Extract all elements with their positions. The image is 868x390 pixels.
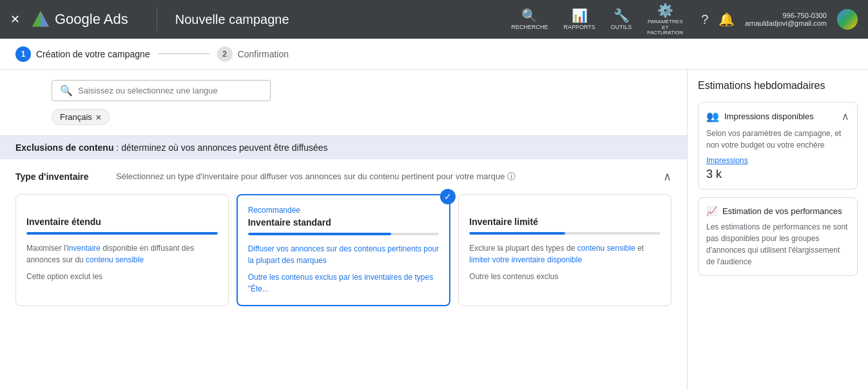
impressions-card-desc: Selon vos paramètres de campagne, et non… bbox=[706, 128, 849, 151]
inventory-type-subtitle: Sélectionnez un type d'inventaire pour d… bbox=[116, 171, 653, 182]
inventory-type-title: Type d'inventaire bbox=[15, 171, 106, 182]
reports-icon: 📊 bbox=[572, 8, 588, 23]
inventory-card-standard[interactable]: ✓ Recommandée Inventaire standard Diffus… bbox=[236, 194, 451, 306]
card-desc-standard: Diffuser vos annonces sur des contenus p… bbox=[248, 243, 439, 266]
main-container: 🔍 Français × Exclusions de contenu : dét… bbox=[0, 70, 868, 390]
breadcrumb-connector bbox=[158, 54, 209, 54]
card-title-etendu: Inventaire étendu bbox=[26, 217, 218, 227]
inventory-cards: Inventaire étendu Maximiser l'inventaire… bbox=[15, 194, 671, 306]
language-tag-remove-button[interactable]: × bbox=[96, 113, 101, 122]
step-2-label: Confirmation bbox=[238, 49, 289, 59]
step-1-circle: 1 bbox=[15, 46, 31, 62]
card-title-limite: Inventaire limité bbox=[469, 217, 661, 227]
inventory-section: Type d'inventaire Sélectionnez un type d… bbox=[0, 159, 687, 317]
tools-icon: 🔧 bbox=[613, 8, 630, 23]
impressions-card: 👥 Impressions disponibles ∧ Selon vos pa… bbox=[698, 102, 858, 190]
performance-icon: 📈 bbox=[706, 206, 717, 216]
search-nav-button[interactable]: 🔍 RECHERCHE bbox=[511, 8, 548, 31]
step-2-circle: 2 bbox=[217, 46, 233, 62]
inventory-card-etendu[interactable]: Inventaire étendu Maximiser l'inventaire… bbox=[15, 194, 229, 306]
card-progress-fill-etendu bbox=[26, 232, 218, 235]
card-progress-fill-limite bbox=[469, 232, 564, 235]
google-ads-logo-icon bbox=[30, 9, 51, 30]
recommended-label-standard: Recommandée bbox=[248, 206, 439, 215]
svg-marker-1 bbox=[41, 11, 49, 26]
selected-check-standard: ✓ bbox=[440, 189, 456, 204]
settings-icon: ⚙️ bbox=[657, 3, 673, 18]
search-icon: 🔍 bbox=[521, 8, 537, 23]
card-progress-etendu bbox=[26, 232, 218, 235]
impressions-value: 3 k bbox=[706, 168, 849, 181]
performance-card-header: 📈 Estimation de vos performances bbox=[706, 206, 849, 216]
language-search-wrapper: 🔍 bbox=[52, 80, 271, 101]
language-tag-francais: Français × bbox=[52, 109, 110, 125]
tools-nav-label: OUTILS bbox=[611, 24, 632, 31]
impressions-collapse-button[interactable]: ∧ bbox=[842, 110, 849, 122]
inventory-collapse-button[interactable]: ∧ bbox=[663, 170, 671, 184]
content-exclusions-subtitle: : déterminez où vos annonces peuvent êtr… bbox=[113, 142, 327, 153]
settings-nav-label: PARAMÈTRESETFACTURATION bbox=[647, 19, 683, 36]
language-globe-button[interactable] bbox=[837, 9, 858, 30]
user-area: ? 🔔 996-750-0300 arnauldadjovi@gmail.com bbox=[701, 9, 858, 30]
inventory-header: Type d'inventaire Sélectionnez un type d… bbox=[15, 170, 671, 184]
breadcrumb-step-1: 1 Création de votre campagne bbox=[15, 46, 150, 62]
help-button[interactable]: ? bbox=[701, 12, 708, 27]
nav-divider bbox=[157, 8, 157, 31]
content-exclusions-header: Exclusions de contenu : déterminez où vo… bbox=[0, 136, 687, 159]
close-button[interactable]: ✕ bbox=[10, 12, 20, 26]
language-section: 🔍 Français × bbox=[0, 70, 687, 136]
card-desc-etendu: Maximiser l'inventaire disponible en dif… bbox=[26, 242, 218, 266]
page-title: Nouvelle campagne bbox=[175, 12, 504, 27]
user-info: 996-750-0300 arnauldadjovi@gmail.com bbox=[745, 12, 827, 27]
impressions-link[interactable]: Impressions bbox=[706, 156, 849, 165]
card-desc2-etendu: Cette option exclut les bbox=[26, 271, 218, 282]
left-panel: 🔍 Français × Exclusions de contenu : dét… bbox=[0, 70, 688, 390]
card-desc2-standard: Outre les contenus exclus par les invent… bbox=[248, 271, 439, 295]
notifications-button[interactable]: 🔔 bbox=[719, 12, 735, 27]
card-progress-limite bbox=[469, 232, 661, 235]
card-desc2-limite: Outre les contenus exclus bbox=[469, 271, 661, 282]
recommended-label-etendu bbox=[26, 205, 218, 214]
impressions-icon: 👥 bbox=[706, 110, 719, 122]
reports-nav-label: RAPPORTS bbox=[563, 24, 595, 31]
top-navigation: ✕ Google Ads Nouvelle campagne 🔍 RECHERC… bbox=[0, 0, 868, 39]
app-logo: Google Ads bbox=[30, 9, 139, 30]
card-title-standard: Inventaire standard bbox=[248, 217, 439, 228]
content-exclusions-title: Exclusions de contenu bbox=[15, 142, 113, 153]
card-progress-fill-standard bbox=[248, 233, 392, 235]
user-phone: 996-750-0300 bbox=[782, 12, 827, 19]
language-search-input[interactable] bbox=[78, 86, 233, 95]
tools-nav-button[interactable]: 🔧 OUTILS bbox=[611, 8, 632, 31]
language-search-icon: 🔍 bbox=[60, 84, 73, 97]
svg-marker-2 bbox=[32, 11, 41, 26]
user-email: arnauldadjovi@gmail.com bbox=[745, 19, 827, 27]
breadcrumb-step-2: 2 Confirmation bbox=[217, 46, 289, 62]
search-nav-label: RECHERCHE bbox=[511, 24, 548, 31]
recommended-label-limite bbox=[469, 205, 661, 214]
right-panel: Estimations hebdomadaires 👥 Impressions … bbox=[688, 70, 868, 390]
nav-icons: 🔍 RECHERCHE 📊 RAPPORTS 🔧 OUTILS ⚙️ PARAM… bbox=[511, 3, 683, 36]
app-name: Google Ads bbox=[55, 11, 128, 28]
impressions-card-title: 👥 Impressions disponibles bbox=[706, 110, 814, 122]
card-progress-standard bbox=[248, 233, 439, 235]
step-1-label: Création de votre campagne bbox=[36, 49, 150, 59]
estimations-title: Estimations hebdomadaires bbox=[698, 80, 858, 92]
language-tag-label: Français bbox=[60, 112, 92, 122]
breadcrumb: 1 Création de votre campagne 2 Confirmat… bbox=[0, 39, 868, 70]
performance-card-desc: Les estimations de performances ne sont … bbox=[706, 221, 849, 268]
performance-card: 📈 Estimation de vos performances Les est… bbox=[698, 197, 858, 276]
inventory-card-limite[interactable]: Inventaire limité Exclure la plupart des… bbox=[458, 194, 671, 306]
card-desc-limite: Exclure la plupart des types de contenu … bbox=[469, 242, 661, 266]
settings-nav-button[interactable]: ⚙️ PARAMÈTRESETFACTURATION bbox=[647, 3, 683, 36]
impressions-card-header: 👥 Impressions disponibles ∧ bbox=[706, 110, 849, 122]
language-tags: Français × bbox=[52, 109, 635, 125]
reports-nav-button[interactable]: 📊 RAPPORTS bbox=[563, 8, 595, 31]
